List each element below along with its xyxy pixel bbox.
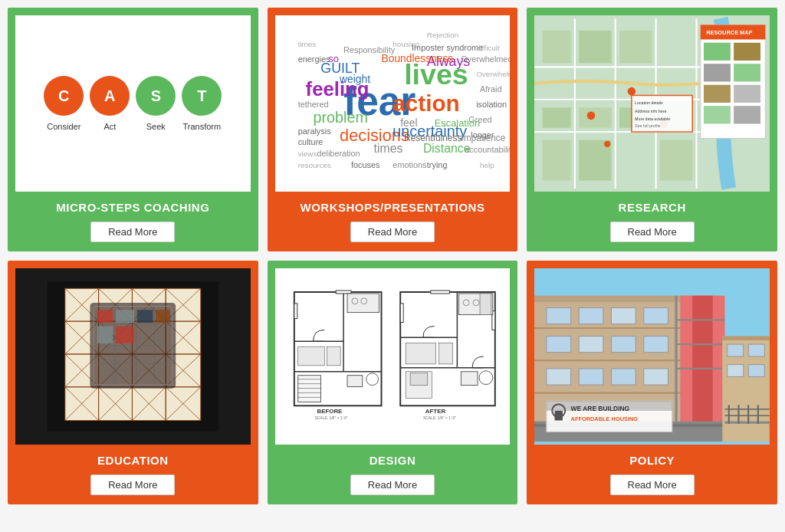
svg-text:Overwhelmed: Overwhelmed	[476, 70, 511, 78]
svg-text:Escalation: Escalation	[434, 117, 479, 129]
cast-label-consider: Consider	[44, 122, 84, 131]
svg-rect-226	[725, 422, 770, 424]
cast-circle-a: A	[90, 76, 130, 116]
cast-circle-s: S	[136, 76, 176, 116]
svg-rect-206	[612, 369, 636, 385]
svg-rect-201	[579, 337, 603, 353]
svg-point-59	[587, 112, 596, 120]
svg-point-62	[604, 141, 610, 147]
svg-rect-200	[547, 337, 571, 353]
svg-rect-165	[327, 346, 340, 366]
card-image-cast: C A S T Consider Act Seek Transform	[15, 15, 251, 192]
svg-rect-138	[116, 310, 134, 323]
card-micro-steps-coaching: C A S T Consider Act Seek Transform MICR…	[8, 8, 258, 251]
svg-rect-176	[400, 304, 403, 323]
svg-rect-197	[579, 308, 603, 324]
svg-text:Overwhelmed: Overwhelmed	[461, 54, 510, 64]
svg-text:views: views	[297, 149, 317, 158]
svg-rect-224	[728, 365, 744, 377]
svg-text:problem: problem	[313, 109, 367, 126]
svg-rect-151	[336, 291, 351, 294]
svg-text:SCALE: 1/8" = 1'-0": SCALE: 1/8" = 1'-0"	[423, 416, 456, 420]
svg-rect-203	[644, 337, 668, 353]
svg-text:Boundlessness: Boundlessness	[381, 52, 453, 64]
card-design: BEFORE SCALE: 1/8" = 1'-0"	[268, 261, 518, 504]
svg-text:trying: trying	[427, 160, 448, 169]
svg-rect-71	[734, 85, 760, 103]
svg-rect-187	[410, 373, 428, 386]
svg-text:isolation: isolation	[476, 100, 507, 109]
svg-rect-205	[579, 369, 603, 385]
cast-circle-t: T	[182, 76, 222, 116]
svg-text:Imposter syndrome: Imposter syndrome	[412, 43, 483, 52]
svg-rect-72	[704, 106, 731, 123]
svg-text:Afraid: Afraid	[480, 84, 501, 94]
svg-text:focuses: focuses	[351, 160, 380, 169]
read-more-button-policy[interactable]: Read More	[610, 475, 695, 495]
svg-rect-58	[660, 140, 692, 181]
svg-text:AFFORDABLE HOUSING: AFFORDABLE HOUSING	[571, 415, 639, 422]
card-policy: WE ARE BUILDING AFFORDABLE HOUSING	[527, 261, 777, 504]
svg-rect-50	[543, 31, 571, 63]
svg-rect-67	[734, 43, 760, 61]
card-workshops: fear lives action feeling decisions unce…	[268, 8, 518, 251]
svg-point-154	[366, 373, 378, 386]
card-title-workshops: WORKSHOPS/PRESENTATIONS	[301, 201, 485, 214]
svg-rect-153	[347, 376, 363, 387]
svg-rect-142	[116, 327, 134, 343]
svg-rect-223	[748, 344, 764, 356]
svg-rect-185	[438, 343, 452, 364]
svg-rect-140	[156, 310, 170, 323]
cast-circle-c: C	[44, 76, 84, 116]
card-image-map: RESOURCE MAP Location details Address in…	[534, 15, 770, 192]
svg-text:See full profile: See full profile	[635, 123, 660, 128]
svg-text:housing: housing	[392, 40, 419, 48]
svg-rect-52	[619, 31, 652, 63]
svg-text:times: times	[373, 142, 402, 155]
read-more-button-education[interactable]: Read More	[90, 475, 175, 495]
read-more-button-research[interactable]: Read More	[610, 222, 695, 242]
svg-text:Resentfulness: Resentfulness	[404, 133, 461, 143]
svg-text:Impatience: Impatience	[461, 133, 505, 143]
svg-rect-66	[704, 43, 731, 61]
svg-rect-54	[579, 107, 611, 127]
svg-rect-70	[704, 85, 731, 103]
svg-rect-225	[748, 365, 764, 377]
svg-text:weight: weight	[339, 73, 370, 85]
svg-text:accountability: accountability	[465, 145, 510, 154]
svg-rect-178	[461, 372, 478, 386]
svg-rect-222	[728, 344, 744, 356]
read-more-button-design[interactable]: Read More	[350, 475, 435, 495]
svg-text:action: action	[392, 90, 459, 116]
svg-text:feel: feel	[400, 117, 417, 129]
card-education: EDUCATION Read More	[8, 261, 258, 504]
cast-label-transform: Transform	[182, 122, 222, 131]
svg-rect-68	[704, 64, 731, 81]
svg-text:help: help	[480, 161, 494, 169]
svg-text:paralysis: paralysis	[297, 126, 330, 136]
cast-label-seek: Seek	[136, 122, 176, 131]
read-more-button-workshops[interactable]: Read More	[350, 222, 435, 242]
svg-rect-204	[547, 369, 571, 385]
svg-text:Location details: Location details	[635, 100, 663, 105]
svg-text:Address info here: Address info here	[635, 109, 666, 113]
svg-point-179	[479, 371, 493, 385]
svg-rect-51	[579, 31, 611, 63]
svg-rect-69	[734, 64, 760, 81]
svg-rect-73	[734, 106, 760, 123]
svg-rect-199	[644, 308, 668, 324]
card-title-micro-steps: MICRO-STEPS COACHING	[56, 201, 209, 214]
svg-text:deliberation: deliberation	[317, 149, 360, 158]
svg-text:difficult: difficult	[476, 44, 500, 52]
svg-text:resources: resources	[297, 161, 330, 169]
svg-rect-183	[480, 294, 491, 315]
svg-text:SCALE: 1/8" = 1'-0": SCALE: 1/8" = 1'-0"	[314, 416, 347, 420]
card-title-policy: POLICY	[629, 454, 675, 467]
card-image-floorplan: BEFORE SCALE: 1/8" = 1'-0"	[275, 268, 511, 445]
read-more-button-micro-steps[interactable]: Read More	[90, 222, 175, 242]
svg-rect-196	[547, 308, 571, 324]
card-image-quilt	[15, 268, 251, 445]
svg-rect-198	[612, 308, 636, 324]
cast-label-act: Act	[90, 122, 130, 131]
card-title-research: RESEARCH	[619, 201, 686, 214]
